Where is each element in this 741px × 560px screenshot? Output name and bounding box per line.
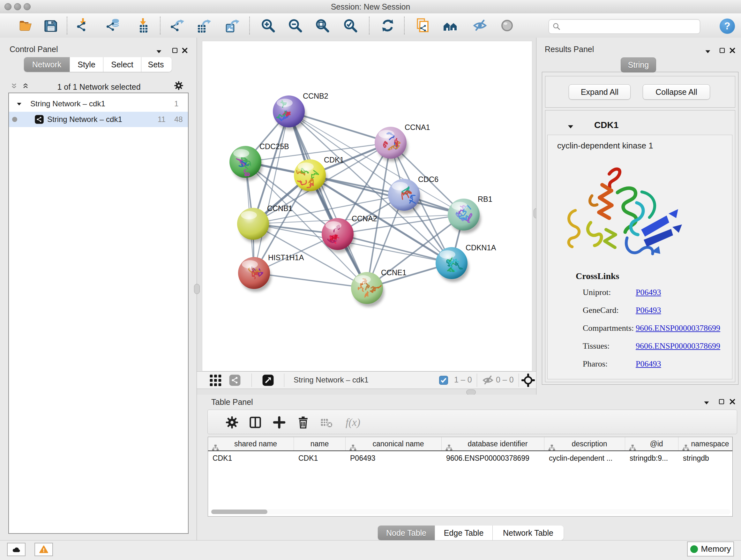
show-all-button[interactable] xyxy=(498,17,516,35)
network-node-RB1[interactable]: RB1 xyxy=(448,195,492,233)
horizontal-scrollbar[interactable] xyxy=(211,509,731,514)
column-header-database-identifier[interactable]: database identifier xyxy=(442,437,544,450)
control-panel-menu-icon[interactable] xyxy=(155,48,163,56)
crosslink-link[interactable]: 9606.ENSP00000378699 xyxy=(636,341,720,351)
column-header-shared-name[interactable]: shared name xyxy=(208,437,294,450)
new-network-from-selection-button[interactable] xyxy=(414,17,432,35)
selected-checkbox-icon[interactable] xyxy=(439,375,449,385)
column-header-name[interactable]: name xyxy=(294,437,346,450)
column-header-description[interactable]: description xyxy=(544,437,625,450)
export-image-button[interactable] xyxy=(224,17,242,35)
results-panel-menu-icon[interactable] xyxy=(704,48,712,56)
show-home-panels-button[interactable] xyxy=(441,17,459,35)
hide-selected-button[interactable] xyxy=(471,17,489,35)
network-node-CCNB2[interactable]: CCNB2 xyxy=(273,92,328,130)
tab-edge-table[interactable]: Edge Table xyxy=(435,525,493,540)
search-input[interactable] xyxy=(563,22,697,31)
hidden-eye-icon[interactable] xyxy=(482,374,494,386)
network-node-CCNA1[interactable]: CCNA1 xyxy=(375,123,430,162)
entry-collapse-icon[interactable] xyxy=(566,123,575,131)
tab-node-table[interactable]: Node Table xyxy=(378,525,435,540)
zoom-selected-button[interactable] xyxy=(341,17,359,35)
import-network-from-file-button[interactable] xyxy=(74,17,92,35)
table-cell[interactable]: CDK1 xyxy=(294,451,346,465)
table-cell[interactable]: 9606.ENSP00000378699 xyxy=(442,451,544,465)
left-splitter-handle[interactable] xyxy=(194,284,200,294)
tab-style[interactable]: Style xyxy=(70,57,104,72)
network-canvas[interactable]: CCNB2CCNA1CDC25BCDK1CDC6RB1CCNB1CCNA2CDK… xyxy=(202,41,532,371)
memory-button[interactable]: Memory xyxy=(687,542,734,557)
network-options-gear-icon[interactable] xyxy=(174,80,184,91)
crosslink-link[interactable]: P06493 xyxy=(636,359,661,369)
open-session-button[interactable] xyxy=(17,17,35,35)
scrollbar-thumb[interactable] xyxy=(211,509,267,514)
birdseye-view-icon[interactable] xyxy=(262,374,274,386)
crosslink-label: Uniprot: xyxy=(583,288,611,297)
search-field[interactable] xyxy=(549,19,700,34)
network-tree-root-row[interactable]: String Network – cdk1 1 xyxy=(9,97,188,112)
expand-all-networks-icon[interactable] xyxy=(22,82,29,90)
zoom-in-button[interactable] xyxy=(259,17,277,35)
node-count: 11 xyxy=(158,115,165,124)
network-view-mode-icon[interactable] xyxy=(229,374,241,386)
tree-expand-icon[interactable] xyxy=(16,101,23,108)
tab-network-table[interactable]: Network Table xyxy=(493,525,563,540)
save-session-button[interactable] xyxy=(42,17,60,35)
network-node-CDKN1A[interactable]: CDKN1A xyxy=(435,244,496,282)
settings-button[interactable] xyxy=(224,415,240,430)
tab-network[interactable]: Network xyxy=(24,57,70,72)
tab-string[interactable]: String xyxy=(621,57,656,72)
network-view-title: String Network – cdk1 xyxy=(293,375,368,384)
network-node-CDC6[interactable]: CDC6 xyxy=(388,175,439,213)
grid-view-icon[interactable] xyxy=(209,374,221,386)
crosslink-link[interactable]: 9606.ENSP00000378699 xyxy=(636,323,720,333)
expand-all-button[interactable]: Expand All xyxy=(569,84,630,100)
control-panel-title: Control Panel xyxy=(10,45,58,54)
bottom-splitter-handle[interactable] xyxy=(466,389,476,395)
table-cell[interactable]: CDK1 xyxy=(208,451,294,465)
results-panel-float-icon[interactable] xyxy=(718,47,726,54)
network-tree-child-row[interactable]: String Network – cdk1 11 48 xyxy=(9,112,188,127)
cloud-icon xyxy=(11,545,21,554)
cloud-button[interactable] xyxy=(7,543,25,556)
zoom-fit-button[interactable] xyxy=(313,17,331,35)
column-header--id[interactable]: @id xyxy=(625,437,678,450)
table-cell[interactable]: P06493 xyxy=(346,451,442,465)
network-node-CDC25B[interactable]: CDC25B xyxy=(229,142,289,181)
export-table-button[interactable] xyxy=(195,17,213,35)
function-builder-button: f(x) xyxy=(345,415,361,430)
table-cell[interactable]: stringdb:9... xyxy=(625,451,678,465)
pan-crosshair-icon[interactable] xyxy=(522,374,535,387)
split-columns-button[interactable] xyxy=(247,415,263,430)
tab-select[interactable]: Select xyxy=(104,57,141,72)
refresh-button[interactable] xyxy=(379,17,397,35)
warning-button[interactable] xyxy=(35,543,53,556)
column-header-namespace[interactable]: namespace xyxy=(678,437,732,450)
zoom-out-button[interactable] xyxy=(286,17,304,35)
table-cell[interactable]: stringdb xyxy=(678,451,732,465)
network-node-CCNB1[interactable]: CCNB1 xyxy=(237,204,293,243)
table-panel-menu-icon[interactable] xyxy=(703,399,711,407)
crosslink-link[interactable]: P06493 xyxy=(636,306,661,315)
network-node-CCNE1[interactable]: CCNE1 xyxy=(351,268,407,307)
results-panel-close-icon[interactable] xyxy=(729,47,736,54)
network-node-HIST1H1A[interactable]: HIST1H1A xyxy=(238,253,304,292)
table-row[interactable]: CDK1CDK1P064939606.ENSP00000378699cyclin… xyxy=(208,451,732,465)
table-tabs: Node TableEdge TableNetwork Table xyxy=(378,525,563,540)
add-column-button[interactable] xyxy=(271,415,287,430)
collapse-all-button[interactable]: Collapse All xyxy=(643,84,710,100)
import-table-button[interactable] xyxy=(134,17,152,35)
delete-column-button[interactable] xyxy=(295,415,311,430)
column-header-canonical-name[interactable]: canonical name xyxy=(346,437,442,450)
crosslink-link[interactable]: P06493 xyxy=(636,288,661,297)
import-network-from-database-button[interactable] xyxy=(105,17,122,35)
table-panel-close-icon[interactable] xyxy=(729,398,736,406)
export-network-button[interactable] xyxy=(169,17,186,35)
table-panel-float-icon[interactable] xyxy=(718,398,725,406)
control-panel-float-icon[interactable] xyxy=(171,47,179,54)
table-cell[interactable]: cyclin-dependent ... xyxy=(544,451,625,465)
help-button[interactable]: ? xyxy=(720,18,735,34)
tab-sets[interactable]: Sets xyxy=(141,57,171,72)
control-panel-close-icon[interactable] xyxy=(181,47,189,54)
collapse-all-networks-icon[interactable] xyxy=(10,82,18,90)
